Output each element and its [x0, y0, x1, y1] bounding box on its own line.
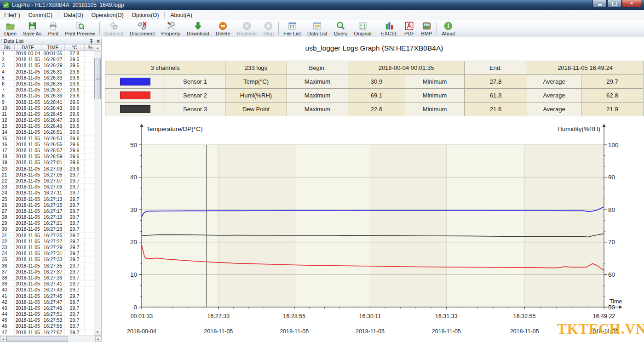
toolbar-download-button[interactable]: Download — [184, 20, 213, 37]
table-row[interactable]: 292018-11-0516:27:2129.7 — [0, 220, 94, 226]
vertical-scroll-thumb[interactable] — [94, 58, 101, 99]
table-row[interactable]: 392018-11-0516:27:4129.7 — [0, 281, 94, 287]
table-row[interactable]: 272018-11-0516:27:1729.7 — [0, 208, 94, 214]
table-row[interactable]: 102018-11-0516:26:4329.6 — [0, 105, 94, 111]
scroll-right-icon[interactable]: ► — [95, 336, 102, 342]
toolbar-print-preview-button[interactable]: Print Preview — [62, 20, 98, 37]
title-bar[interactable]: LogPro - HE17XB0B4A_20181105_1649.logp × — [0, 0, 644, 10]
toolbar-bmp-button[interactable]: BMP — [418, 20, 435, 37]
table-row[interactable]: 362018-11-0516:27:3529.7 — [0, 263, 94, 269]
scroll-up-icon[interactable]: ▲ — [94, 45, 101, 51]
menu-about[interactable]: About(A) — [166, 11, 196, 20]
horizontal-scrollbar[interactable]: ◄ ► — [0, 336, 102, 342]
table-row[interactable]: 182018-11-0516:26:5929.6 — [0, 154, 94, 160]
column-header-DATE[interactable]: DATE — [15, 45, 41, 51]
table-row[interactable]: 312018-11-0516:27:2529.7 — [0, 233, 94, 239]
toolbar-download-label: Download — [187, 31, 209, 36]
menu-options[interactable]: Options(O) — [128, 11, 163, 20]
pin-icon[interactable] — [89, 39, 94, 44]
table-row[interactable]: 382018-11-0516:27:3929.7 — [0, 275, 94, 281]
table-row[interactable]: 462018-11-0516:27:5529.7 — [0, 323, 94, 329]
horizontal-scroll-thumb[interactable] — [6, 336, 68, 342]
panel-close-icon[interactable]: × — [97, 39, 100, 44]
menu-operation[interactable]: Operation(O) — [87, 11, 128, 20]
table-row[interactable]: 62018-11-0516:26:3529.6 — [0, 81, 94, 87]
table-row[interactable]: 342018-11-0516:27:3129.7 — [0, 251, 94, 256]
table-row[interactable]: 92018-11-0516:26:4129.6 — [0, 99, 94, 105]
table-row[interactable]: 212018-11-0516:27:0529.7 — [0, 172, 94, 178]
toolbar-realtime-button[interactable]: Realtime — [234, 20, 260, 37]
scroll-down-icon[interactable]: ▼ — [94, 329, 101, 336]
table-row[interactable]: 232018-11-0516:27:0929.7 — [0, 184, 94, 190]
table-row[interactable]: 262018-11-0516:27:1529.7 — [0, 202, 94, 208]
cell-sn: 8 — [0, 93, 15, 99]
vertical-scrollbar[interactable]: ▲ ▼ — [94, 45, 101, 336]
table-row[interactable]: 452018-11-0516:27:5329.7 — [0, 317, 94, 323]
toolbar-file-list-button[interactable]: File List — [280, 20, 304, 37]
table-row[interactable]: 162018-11-0516:26:5529.6 — [0, 142, 94, 148]
menu-data[interactable]: Data(D) — [60, 11, 87, 20]
toolbar-query-button[interactable]: Query — [331, 20, 351, 37]
table-row[interactable]: 322018-11-0516:27:2729.7 — [0, 239, 94, 245]
toolbar-about-button[interactable]: About — [438, 20, 458, 37]
table-row[interactable]: 142018-11-0516:26:5129.6 — [0, 129, 94, 135]
table-row[interactable]: 282018-11-0516:27:1929.7 — [0, 214, 94, 220]
toolbar-delete-button[interactable]: Delete — [213, 20, 234, 37]
table-row[interactable]: 132018-11-0516:26:4929.6 — [0, 123, 94, 129]
toolbar-pdf-button[interactable]: PDF — [401, 20, 418, 37]
table-row[interactable]: 472018-11-0516:27:5729.7 — [0, 330, 94, 336]
column-header-°C[interactable]: °C — [65, 45, 85, 51]
table-row[interactable]: 32018-11-0516:26:2929.5 — [0, 63, 94, 68]
table-row[interactable]: 412018-11-0516:27:4529.7 — [0, 293, 94, 299]
cell-time: 16:27:21 — [41, 220, 65, 226]
toolbar-disconnect-button[interactable]: Disconnect — [126, 20, 158, 37]
toolbar-save-as-button[interactable]: Save As — [20, 20, 45, 37]
column-header-SN[interactable]: SN — [0, 45, 15, 51]
table-row[interactable]: 152018-11-0516:26:5329.6 — [0, 136, 94, 142]
cell-time: 16:26:41 — [41, 99, 65, 105]
maximize-button[interactable] — [607, 0, 621, 7]
table-row[interactable]: 252018-11-0516:27:1329.7 — [0, 196, 94, 202]
table-row[interactable]: 202018-11-0516:27:0329.6 — [0, 166, 94, 172]
toolbar-stop-button[interactable]: Stop — [260, 20, 277, 37]
toolbar-data-list-button[interactable]: Data List — [304, 20, 330, 37]
table-row[interactable]: 242018-11-0516:27:1129.7 — [0, 190, 94, 196]
toolbar-excel-button[interactable]: EXCEL — [378, 20, 401, 37]
menu-comm[interactable]: Comm(C) — [24, 11, 57, 20]
table-row[interactable]: 42018-11-0516:26:3129.6 — [0, 69, 94, 75]
toolbar-property-button[interactable]: Property — [158, 20, 184, 37]
minimize-button[interactable] — [592, 0, 607, 7]
table-row[interactable]: 12018-00-0400:01:3527.8 — [0, 51, 94, 57]
table-row[interactable]: 222018-11-0516:27:0729.7 — [0, 178, 94, 184]
scroll-left-icon[interactable]: ◄ — [0, 336, 6, 342]
toolbar-print-button[interactable]: Print — [45, 20, 62, 37]
table-row[interactable]: 122018-11-0516:26:4729.6 — [0, 117, 94, 123]
table-row[interactable]: 172018-11-0516:26:5729.6 — [0, 148, 94, 154]
toolbar-connect-button[interactable]: Connect — [101, 20, 126, 37]
svg-text:70: 70 — [608, 239, 615, 245]
table-row[interactable]: 302018-11-0516:27:2329.7 — [0, 226, 94, 232]
table-row[interactable]: 72018-11-0516:26:3729.6 — [0, 87, 94, 93]
table-row[interactable]: 192018-11-0516:27:0129.6 — [0, 160, 94, 165]
menu-file[interactable]: File(F) — [0, 11, 24, 20]
table-row[interactable]: 442018-11-0516:27:5129.7 — [0, 311, 94, 317]
table-row[interactable]: 422018-11-0516:27:4729.7 — [0, 299, 94, 305]
toolbar-open-button[interactable]: Open — [1, 20, 20, 37]
data-list-panel-header[interactable]: Data List × — [0, 38, 101, 45]
column-header-TIME[interactable]: TIME — [41, 45, 65, 51]
table-row[interactable]: 432018-11-0516:27:4929.7 — [0, 305, 94, 311]
table-row[interactable]: 52018-11-0516:26:3329.6 — [0, 75, 94, 81]
logs-chart[interactable]: 01020304050506070809010000:01:332018-00-… — [104, 120, 644, 342]
table-row[interactable]: 22018-11-0516:26:2729.5 — [0, 57, 94, 63]
table-row[interactable]: 112018-11-0516:26:4529.6 — [0, 111, 94, 117]
cell-sn: 14 — [0, 129, 15, 135]
table-row[interactable]: 332018-11-0516:27:2929.7 — [0, 245, 94, 251]
folder-open-icon — [5, 21, 16, 31]
close-button[interactable]: × — [622, 0, 641, 7]
toolbar-original-button[interactable]: Original — [351, 20, 374, 37]
table-row[interactable]: 82018-11-0516:26:3929.6 — [0, 93, 94, 99]
table-row[interactable]: 372018-11-0516:27:3729.7 — [0, 269, 94, 275]
column-header-%[interactable]: % — [85, 45, 94, 51]
table-row[interactable]: 352018-11-0516:27:3329.7 — [0, 256, 94, 262]
table-row[interactable]: 402018-11-0516:27:4329.7 — [0, 287, 94, 293]
